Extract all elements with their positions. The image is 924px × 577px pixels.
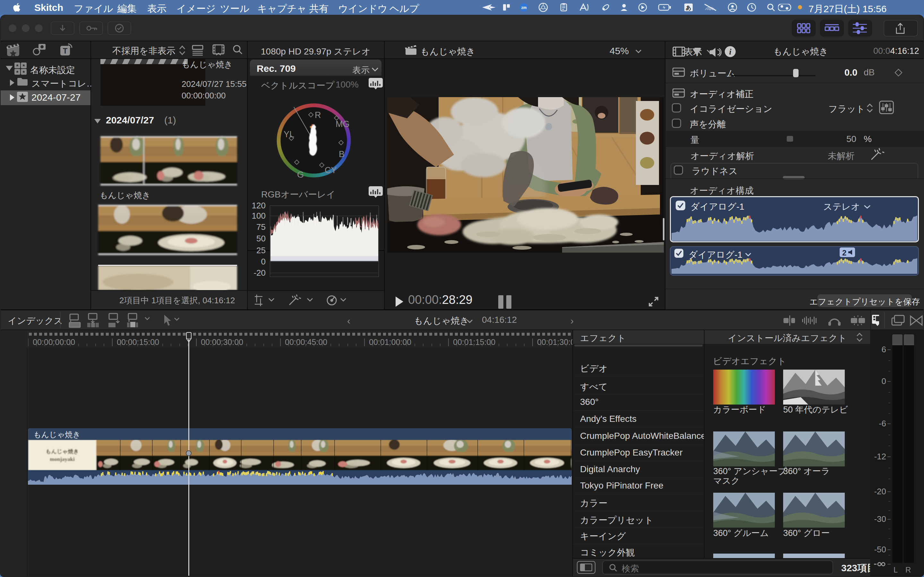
svg-text:00:00:15:00: 00:00:15:00 xyxy=(117,338,159,347)
svg-text:00:01:15:00: 00:01:15:00 xyxy=(453,338,495,347)
svg-text:もんじゃ焼き: もんじゃ焼き xyxy=(45,448,79,455)
svg-text:00:01:00:00: 00:01:00:00 xyxy=(369,338,411,347)
svg-text:あ: あ xyxy=(686,5,691,11)
svg-text:00:01:30:0: 00:01:30:0 xyxy=(537,338,574,347)
svg-text:i: i xyxy=(729,47,732,56)
svg-text:monjayaki: monjayaki xyxy=(50,456,75,462)
svg-text:zm: zm xyxy=(521,5,527,10)
svg-text:00:00:30:00: 00:00:30:00 xyxy=(201,338,243,347)
svg-text:00:00:45:00: 00:00:45:00 xyxy=(285,338,327,347)
svg-text:00:00:00:00: 00:00:00:00 xyxy=(33,338,75,347)
